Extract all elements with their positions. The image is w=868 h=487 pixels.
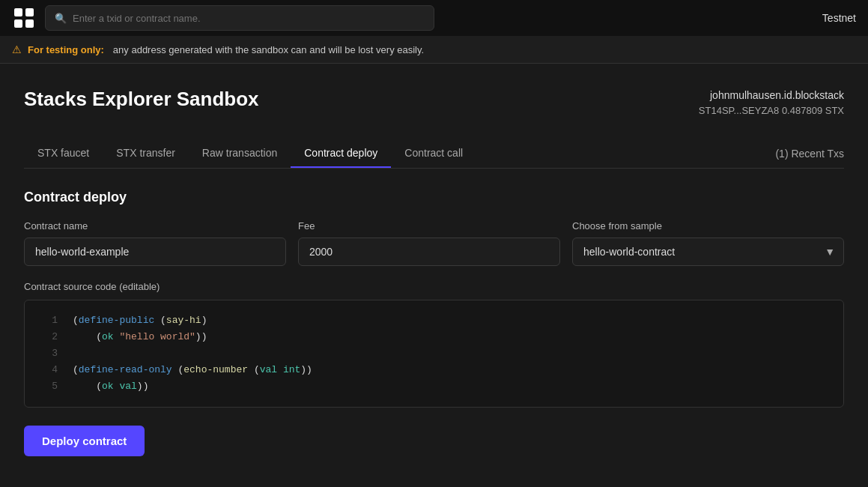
svg-rect-1 xyxy=(25,8,34,16)
account-info: johnmulhausen.id.blockstack ST14SP...SEY… xyxy=(699,88,844,118)
main-content: Stacks Explorer Sandbox johnmulhausen.id… xyxy=(0,64,868,474)
search-input[interactable] xyxy=(73,13,425,24)
contract-name-input[interactable] xyxy=(24,238,286,266)
warning-icon: ⚠ xyxy=(12,43,22,55)
code-content xyxy=(73,345,79,362)
recent-txs-button[interactable]: (1) Recent Txs xyxy=(775,140,844,167)
code-line-4: 4 (define-read-only (echo-number (val in… xyxy=(25,362,843,378)
topnav: 🔍 Testnet xyxy=(0,0,868,36)
code-content: (ok "hello world")) xyxy=(73,329,207,345)
source-code-label: Contract source code (editable) xyxy=(24,281,844,292)
sample-group: Choose from sample hello-world-contract … xyxy=(572,220,844,266)
code-line-1: 1 (define-public (say-hi) xyxy=(25,312,843,329)
code-content: (ok val)) xyxy=(73,378,148,395)
tab-contract-deploy[interactable]: Contract deploy xyxy=(291,139,391,168)
page-header: Stacks Explorer Sandbox johnmulhausen.id… xyxy=(24,88,844,118)
code-line-5: 5 (ok val)) xyxy=(25,378,843,395)
network-label: Testnet xyxy=(822,12,856,24)
contract-name-label: Contract name xyxy=(24,220,286,232)
search-bar[interactable]: 🔍 xyxy=(45,5,434,31)
warning-label: For testing only: xyxy=(28,44,104,55)
fee-group: Fee xyxy=(298,220,560,266)
tab-stx-transfer[interactable]: STX transfer xyxy=(103,139,189,168)
fee-label: Fee xyxy=(298,220,560,232)
form-row: Contract name Fee Choose from sample hel… xyxy=(24,220,844,266)
line-number: 3 xyxy=(37,345,58,362)
account-address: ST14SP...SEYZA8 0.487809 STX xyxy=(699,103,844,118)
tab-raw-transaction[interactable]: Raw transaction xyxy=(189,139,291,168)
page-title: Stacks Explorer Sandbox xyxy=(24,88,259,111)
svg-rect-0 xyxy=(14,8,22,16)
svg-rect-2 xyxy=(14,19,22,28)
sample-select-wrapper: hello-world-contract counter fungible-to… xyxy=(572,238,844,266)
logo-icon xyxy=(12,6,36,30)
tab-stx-faucet[interactable]: STX faucet xyxy=(24,139,103,168)
warning-banner: ⚠ For testing only: any address generate… xyxy=(0,36,868,64)
section-title: Contract deploy xyxy=(24,190,844,205)
contract-name-group: Contract name xyxy=(24,220,286,266)
line-number: 4 xyxy=(37,362,58,378)
account-name: johnmulhausen.id.blockstack xyxy=(699,88,844,103)
line-number: 1 xyxy=(37,312,58,329)
code-line-3: 3 xyxy=(25,345,843,362)
sample-select[interactable]: hello-world-contract counter fungible-to… xyxy=(572,238,844,266)
sample-label: Choose from sample xyxy=(572,220,844,232)
tab-contract-call[interactable]: Contract call xyxy=(391,139,476,168)
deploy-contract-button[interactable]: Deploy contract xyxy=(24,426,145,456)
svg-rect-3 xyxy=(25,19,34,28)
code-content: (define-read-only (echo-number (val int)… xyxy=(73,362,312,378)
tabs: STX faucet STX transfer Raw transaction … xyxy=(24,139,844,169)
line-number: 5 xyxy=(37,378,58,395)
search-icon: 🔍 xyxy=(55,13,67,24)
code-content: (define-public (say-hi) xyxy=(73,312,207,329)
code-line-2: 2 (ok "hello world")) xyxy=(25,329,843,345)
code-editor[interactable]: 1 (define-public (say-hi) 2 (ok "hello w… xyxy=(24,300,844,408)
warning-text: any address generated with the sandbox c… xyxy=(113,44,424,55)
line-number: 2 xyxy=(37,329,58,345)
fee-input[interactable] xyxy=(298,238,560,266)
